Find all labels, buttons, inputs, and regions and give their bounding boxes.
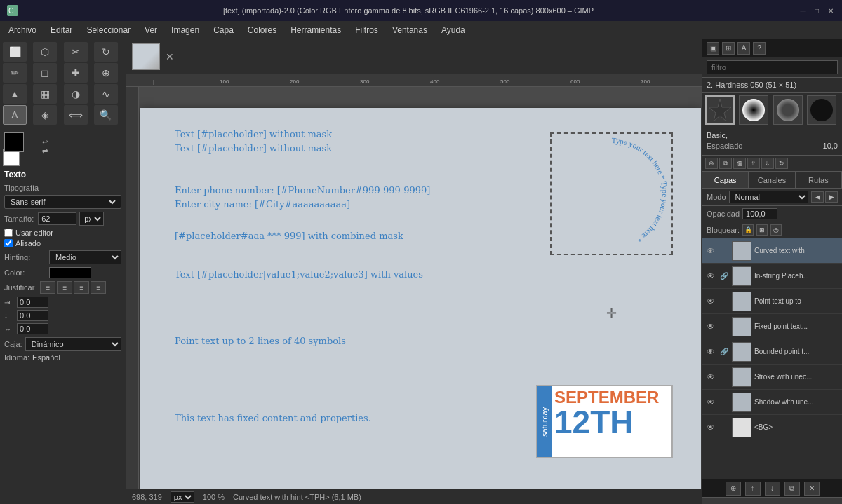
align-left-button[interactable]: ≡ bbox=[40, 281, 55, 294]
menu-seleccionar[interactable]: Seleccionar bbox=[81, 23, 136, 37]
mode-prev[interactable]: ◀ bbox=[811, 191, 824, 203]
fuzzy-select-tool[interactable]: ⬡ bbox=[33, 42, 57, 62]
hinting-select[interactable]: Medio bbox=[49, 250, 121, 264]
font-icon[interactable]: A bbox=[737, 42, 750, 55]
letter-spacing-input[interactable] bbox=[17, 323, 48, 334]
brush-hard[interactable] bbox=[807, 95, 836, 125]
delete-layer-button[interactable]: ✕ bbox=[804, 482, 820, 496]
pencil-tool[interactable]: ✏ bbox=[3, 63, 27, 83]
heal-tool[interactable]: ✚ bbox=[64, 63, 88, 83]
zoom-tool[interactable]: 🔍 bbox=[94, 105, 118, 125]
use-editor-checkbox[interactable] bbox=[4, 229, 13, 237]
lock-pixels-icon[interactable]: 🔒 bbox=[742, 224, 754, 236]
rotate-tool[interactable]: ↻ bbox=[94, 42, 118, 62]
opacity-input[interactable] bbox=[742, 208, 777, 219]
layer-visibility-icon[interactable]: 👁 bbox=[705, 271, 716, 282]
menu-ventanas[interactable]: Ventanas bbox=[387, 23, 433, 37]
minimize-button[interactable]: ─ bbox=[797, 5, 808, 16]
layer-item[interactable]: 👁 🔗 In-string Placeh... bbox=[702, 264, 842, 289]
layer-visibility-icon[interactable]: 👁 bbox=[705, 245, 716, 257]
brush-soft-circle[interactable] bbox=[739, 95, 768, 125]
menu-ver[interactable]: Ver bbox=[139, 23, 163, 37]
swap-colors[interactable]: ⇄ bbox=[42, 147, 48, 155]
menu-filtros[interactable]: Filtros bbox=[349, 23, 384, 37]
layer-item[interactable]: 👁 Shadow with une... bbox=[702, 390, 842, 415]
layer-visibility-icon[interactable]: 👁 bbox=[705, 321, 716, 332]
maximize-button[interactable]: □ bbox=[811, 5, 822, 16]
menu-imagen[interactable]: Imagen bbox=[166, 23, 205, 37]
line-spacing-input[interactable] bbox=[17, 310, 48, 321]
unit-selector[interactable]: px bbox=[171, 491, 194, 503]
help-icon[interactable]: ? bbox=[753, 42, 766, 55]
brush-medium[interactable] bbox=[773, 95, 803, 125]
layer-visibility-icon[interactable]: 👁 bbox=[705, 397, 716, 408]
smudge-tool[interactable]: ∿ bbox=[94, 84, 118, 104]
rectangle-select-tool[interactable]: ⬜ bbox=[3, 42, 27, 62]
font-selector[interactable]: Sans-serif bbox=[4, 195, 121, 209]
panel-action-new[interactable]: ⊕ bbox=[705, 158, 718, 169]
eraser-tool[interactable]: ◻ bbox=[33, 63, 57, 83]
text-color-swatch[interactable] bbox=[49, 267, 91, 278]
gradient-tool[interactable]: ▦ bbox=[33, 84, 57, 104]
indent-input[interactable] bbox=[17, 297, 48, 308]
menu-colores[interactable]: Colores bbox=[242, 23, 282, 37]
caja-select[interactable]: Dinámico bbox=[25, 337, 121, 351]
mode-select[interactable]: Normal bbox=[729, 191, 808, 203]
crop-tool[interactable]: ✂ bbox=[64, 42, 88, 62]
layer-item[interactable]: 👁 Stroke with unec... bbox=[702, 365, 842, 390]
menu-herramientas[interactable]: Herramientas bbox=[285, 23, 347, 37]
panel-action-refresh[interactable]: ↻ bbox=[775, 158, 788, 169]
alisado-checkbox[interactable] bbox=[4, 239, 13, 247]
layer-item[interactable]: 👁 Point text up to bbox=[702, 289, 842, 314]
canvas-scroll[interactable]: Text [#placeholder] without mask Text [#… bbox=[139, 87, 702, 489]
text-tool[interactable]: A bbox=[3, 105, 27, 125]
panel-action-copy[interactable]: ⧉ bbox=[719, 158, 732, 169]
menu-archivo[interactable]: Archivo bbox=[3, 23, 42, 37]
align-justify-button[interactable]: ≡ bbox=[91, 281, 106, 294]
layer-item[interactable]: 👁 <BG> bbox=[702, 415, 842, 440]
menu-editar[interactable]: Editar bbox=[45, 23, 78, 37]
measure-tool[interactable]: ⟺ bbox=[64, 105, 88, 125]
panel-action-down[interactable]: ⇩ bbox=[761, 158, 774, 169]
brush-star[interactable] bbox=[705, 95, 735, 125]
tab-rutas[interactable]: Rutas bbox=[796, 172, 842, 188]
panel-action-delete[interactable]: 🗑 bbox=[733, 158, 746, 169]
thumbnail-close-button[interactable]: ✕ bbox=[166, 51, 174, 62]
menu-ayuda[interactable]: Ayuda bbox=[436, 23, 471, 37]
lock-alpha-icon[interactable]: ◎ bbox=[770, 224, 782, 236]
dodge-burn-tool[interactable]: ◑ bbox=[64, 84, 88, 104]
layer-visibility-icon[interactable]: 👁 bbox=[705, 422, 716, 433]
lock-position-icon[interactable]: ⊞ bbox=[756, 224, 768, 236]
lower-layer-button[interactable]: ↓ bbox=[765, 482, 780, 496]
menu-capa[interactable]: Capa bbox=[208, 23, 239, 37]
font-select[interactable]: Sans-serif bbox=[8, 197, 118, 207]
duplicate-layer-button[interactable]: ⧉ bbox=[784, 482, 800, 496]
mode-next[interactable]: ▶ bbox=[825, 191, 838, 203]
document-thumbnail[interactable] bbox=[132, 43, 160, 70]
align-right-button[interactable]: ≡ bbox=[74, 281, 89, 294]
layer-visibility-icon[interactable]: 👁 bbox=[705, 296, 716, 307]
close-button[interactable]: ✕ bbox=[825, 5, 836, 16]
layer-visibility-icon[interactable]: 👁 bbox=[705, 372, 716, 383]
foreground-color-swatch[interactable] bbox=[4, 132, 24, 152]
tab-canales[interactable]: Canales bbox=[749, 172, 795, 188]
unit-select[interactable]: px bbox=[171, 491, 194, 503]
paint-bucket-icon[interactable]: ▣ bbox=[707, 42, 719, 55]
clone-tool[interactable]: ⊕ bbox=[94, 63, 118, 83]
size-input[interactable] bbox=[38, 212, 76, 225]
layer-item[interactable]: 👁 🔗 Bounded point t... bbox=[702, 339, 842, 365]
size-unit-select[interactable]: px bbox=[79, 212, 104, 226]
reset-colors[interactable]: ↩ bbox=[42, 138, 48, 146]
layer-visibility-icon[interactable]: 👁 bbox=[705, 346, 716, 357]
layer-item[interactable]: 👁 Fixed point text... bbox=[702, 314, 842, 339]
pattern-icon[interactable]: ⊞ bbox=[722, 42, 735, 55]
layer-item[interactable]: 👁 Curved text with bbox=[702, 238, 842, 264]
panel-action-up[interactable]: ⇧ bbox=[747, 158, 760, 169]
bucket-fill-tool[interactable]: ▲ bbox=[3, 84, 27, 104]
align-center-button[interactable]: ≡ bbox=[57, 281, 72, 294]
tab-capas[interactable]: Capas bbox=[702, 172, 749, 188]
raise-layer-button[interactable]: ↑ bbox=[745, 482, 761, 496]
color-picker-tool[interactable]: ◈ bbox=[33, 105, 57, 125]
new-layer-button[interactable]: ⊕ bbox=[726, 482, 741, 496]
filter-input[interactable] bbox=[707, 60, 838, 74]
